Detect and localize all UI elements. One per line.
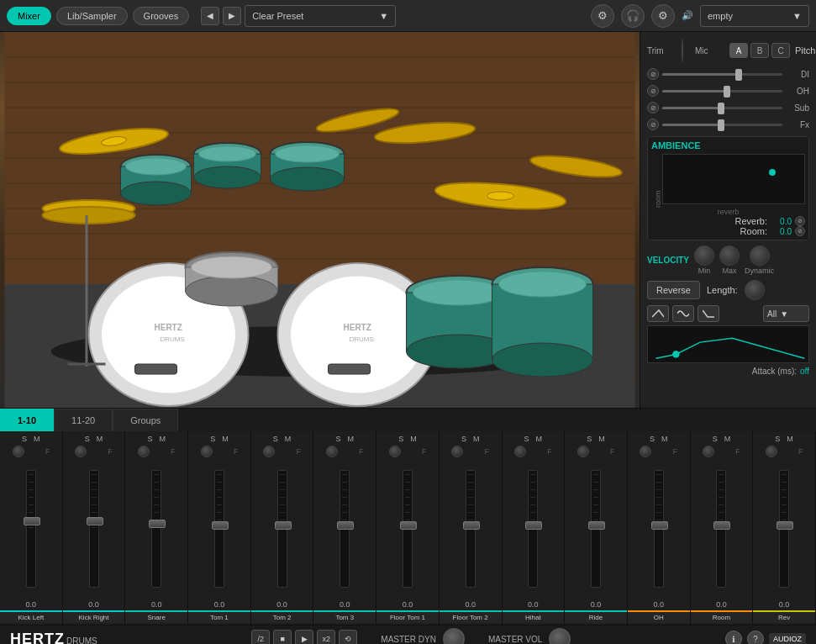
fader-handle-7[interactable] [463,521,480,530]
fader-handle-11[interactable] [713,521,730,530]
fader-handle-0[interactable] [24,517,40,525]
info-btn[interactable]: ℹ [725,631,742,644]
vel-max-knob[interactable] [719,245,740,266]
fader-handle-12[interactable] [777,521,793,530]
channel-name-11[interactable]: Room [691,610,753,623]
env-btn-wave[interactable] [672,305,694,322]
transport-div2-btn[interactable]: /2 [251,630,270,644]
master-dyn-knob[interactable] [443,628,465,644]
vel-min-knob[interactable] [694,245,714,266]
transport-loop-btn[interactable]: ⟲ [339,630,357,644]
reverb-phase-btn[interactable]: ⊘ [795,216,805,226]
pan-knob-2[interactable] [138,446,150,457]
fx-phase-btn[interactable]: ⊘ [647,119,659,130]
mute-btn-0[interactable]: M [34,435,40,443]
channel-name-1[interactable]: Kick Right [63,610,125,623]
mute-btn-2[interactable]: M [159,435,166,443]
mute-btn-3[interactable]: M [222,435,229,443]
channel-name-7[interactable]: Floor Tom 2 [440,610,502,623]
tab-11-20[interactable]: 11-20 [54,409,113,431]
preset-prev-btn[interactable]: ◀ [201,7,219,25]
fader-handle-8[interactable] [525,521,542,530]
solo-btn-9[interactable]: S [587,435,592,443]
solo-btn-12[interactable]: S [775,435,780,443]
fader-handle-9[interactable] [588,521,605,530]
fx-slider[interactable] [662,124,782,126]
output-select[interactable]: empty ▼ [700,5,809,27]
di-slider[interactable] [662,73,782,76]
solo-btn-0[interactable]: S [22,435,27,443]
solo-btn-2[interactable]: S [147,435,152,443]
env-btn-attack[interactable] [698,305,719,322]
solo-btn-3[interactable]: S [210,435,215,443]
pan-knob-7[interactable] [451,446,463,457]
fader-handle-10[interactable] [651,521,668,530]
env-btn-decay[interactable] [647,305,669,322]
fader-handle-4[interactable] [275,521,292,530]
ambience-dot[interactable] [769,169,776,176]
solo-btn-1[interactable]: S [85,435,90,443]
mic-btn-a[interactable]: A [729,43,748,58]
mute-btn-7[interactable]: M [473,435,480,443]
help-btn[interactable]: ? [747,631,764,644]
pan-knob-6[interactable] [389,446,401,457]
channel-name-9[interactable]: Ride [565,610,627,623]
mute-btn-8[interactable]: M [536,435,543,443]
pan-knob-12[interactable] [766,446,777,457]
lib-sampler-btn[interactable]: Lib/Sampler [56,7,128,25]
room-phase-btn[interactable]: ⊘ [795,226,805,236]
solo-btn-10[interactable]: S [650,435,655,443]
preset-next-btn[interactable]: ▶ [223,7,241,25]
env-dropdown[interactable]: All ▼ [763,305,809,322]
transport-stop-btn[interactable]: ■ [273,630,292,644]
channel-name-4[interactable]: Tom 2 [251,610,313,623]
mute-btn-11[interactable]: M [724,435,731,443]
vel-dyn-knob[interactable] [750,245,770,266]
fader-handle-2[interactable] [149,520,166,528]
channel-name-2[interactable]: Snare [125,610,187,623]
mute-btn-10[interactable]: M [661,435,668,443]
di-phase-btn[interactable]: ⊘ [647,68,659,80]
fader-handle-6[interactable] [400,521,417,530]
transport-play-btn[interactable]: ▶ [295,630,313,644]
grooves-btn[interactable]: Grooves [133,7,190,25]
channel-name-10[interactable]: OH [628,610,690,623]
solo-btn-5[interactable]: S [336,435,341,443]
solo-btn-4[interactable]: S [273,435,278,443]
mute-btn-9[interactable]: M [598,435,605,443]
fader-handle-5[interactable] [337,521,354,530]
pan-knob-10[interactable] [640,446,651,457]
channel-name-0[interactable]: Kick Left [0,610,62,623]
sub-slider[interactable] [662,107,782,109]
pan-knob-1[interactable] [75,446,87,457]
mute-btn-12[interactable]: M [787,435,793,443]
fader-handle-1[interactable] [87,517,103,525]
channel-name-3[interactable]: Tom 1 [188,610,250,623]
mute-btn-1[interactable]: M [97,435,103,443]
pan-knob-9[interactable] [577,446,589,457]
tab-1-10[interactable]: 1-10 [0,409,54,431]
gear-icon-btn[interactable]: ⚙ [651,4,675,28]
solo-btn-7[interactable]: S [461,435,466,443]
pan-knob-4[interactable] [263,446,275,457]
mic-btn-c[interactable]: C [771,43,790,58]
transport-x2-btn[interactable]: x2 [317,630,335,644]
drum-kit-display[interactable]: HERTZ DRUMS HERTZ DRUMS [0,32,640,408]
sub-phase-btn[interactable]: ⊘ [647,102,659,113]
mic-btn-b[interactable]: B [750,43,769,58]
channel-name-12[interactable]: Rev [753,610,815,623]
solo-btn-6[interactable]: S [398,435,403,443]
reverse-btn[interactable]: Reverse [647,281,700,299]
pan-knob-8[interactable] [514,446,526,457]
mute-btn-5[interactable]: M [348,435,355,443]
master-vol-knob[interactable] [549,628,571,644]
solo-btn-11[interactable]: S [713,435,718,443]
env-curve[interactable] [647,325,809,363]
headphones-icon-btn[interactable]: 🎧 [621,4,645,28]
solo-btn-8[interactable]: S [524,435,529,443]
pan-knob-3[interactable] [201,446,213,457]
preset-dropdown[interactable]: Clear Preset ▼ [245,5,396,27]
trim-knob[interactable] [682,39,683,62]
mute-btn-6[interactable]: M [410,435,417,443]
pan-knob-5[interactable] [326,446,338,457]
